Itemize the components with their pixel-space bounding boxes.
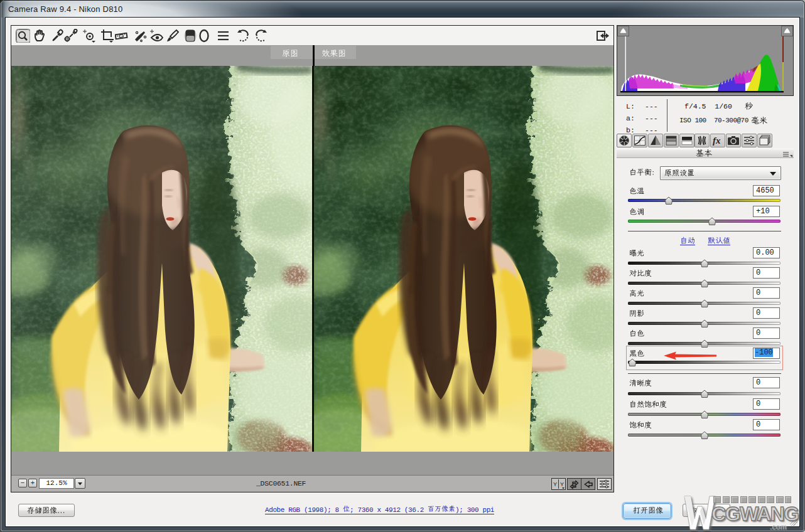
- svg-text:fx: fx: [713, 136, 721, 146]
- svg-text:Y: Y: [560, 481, 564, 487]
- svg-text:Y: Y: [553, 481, 557, 487]
